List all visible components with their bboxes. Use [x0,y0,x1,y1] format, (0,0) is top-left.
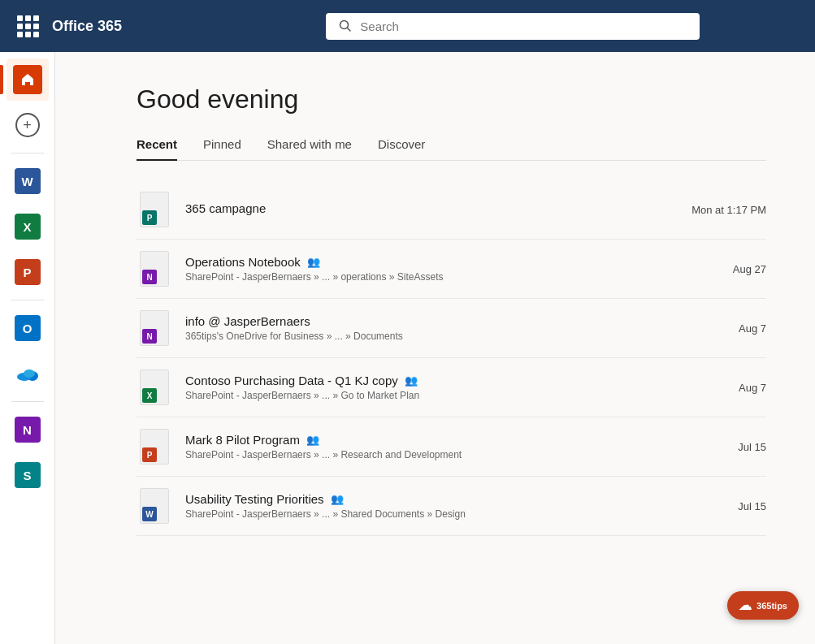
file-date: Jul 15 [669,441,766,453]
file-path: SharePoint - JasperBernaers » ... » Shar… [185,508,656,520]
file-name: Operations Notebook [185,255,301,269]
powerpoint-icon: P [15,259,41,285]
file-date: Mon at 1:17 PM [669,204,766,216]
shared-icon: 👥 [306,434,319,446]
cloud-icon: ☁ [739,598,752,613]
sidebar-divider-3 [11,401,44,402]
file-icon-excel: X [137,370,172,405]
excel-icon: X [15,214,41,240]
file-icon-publisher: P [137,192,172,227]
content-area: Good evening Recent Pinned Shared with m… [55,52,815,644]
table-row[interactable]: N info @ JasperBernaers 365tips's OneDri… [137,299,766,358]
word-icon: W [15,168,41,194]
search-input[interactable] [360,19,687,33]
sidebar-item-onedrive[interactable] [7,352,49,395]
file-info: Usability Testing Priorities 👥 SharePoin… [185,492,656,520]
greeting: Good evening [137,84,766,115]
onedrive-icon [15,361,41,387]
badge-label: 365tips [756,601,787,611]
shared-icon: 👥 [331,493,344,505]
sidebar-item-excel[interactable]: X [7,205,49,248]
shared-icon: 👥 [307,256,320,268]
file-name: info @ JasperBernaers [185,314,310,328]
tips-badge[interactable]: ☁ 365tips [727,591,799,620]
file-icon-word: W [137,488,172,524]
table-row[interactable]: X Contoso Purchasing Data - Q1 KJ copy 👥… [137,358,766,417]
file-name: Usability Testing Priorities [185,492,324,506]
search-bar[interactable] [326,13,700,40]
sidebar-item-sharepoint[interactable]: S [7,454,49,496]
file-path: SharePoint - JasperBernaers » ... » Go t… [185,390,656,401]
tabs: Recent Pinned Shared with me Discover [137,137,766,161]
file-info: 365 campagne [185,201,656,218]
table-row[interactable]: N Operations Notebook 👥 SharePoint - Jas… [137,240,766,299]
table-row[interactable]: P Mark 8 Pilot Program 👥 SharePoint - Ja… [137,417,766,477]
file-name-row: info @ JasperBernaers [185,314,656,328]
tab-pinned[interactable]: Pinned [203,137,241,161]
sidebar-item-powerpoint[interactable]: P [7,251,49,293]
topbar: Office 365 [0,0,815,52]
home-icon [13,65,42,94]
file-path: 365tips's OneDrive for Business » ... » … [185,331,656,342]
tab-discover[interactable]: Discover [378,137,425,161]
tab-shared-with-me[interactable]: Shared with me [267,137,352,161]
file-name: Contoso Purchasing Data - Q1 KJ copy [185,374,398,387]
sharepoint-icon: S [15,462,41,488]
table-row[interactable]: W Usability Testing Priorities 👥 SharePo… [137,477,766,536]
file-list: P 365 campagne Mon at 1:17 PM N [137,180,766,536]
file-name: Mark 8 Pilot Program [185,433,300,447]
tab-recent[interactable]: Recent [137,137,177,161]
file-name-row: Mark 8 Pilot Program 👥 [185,433,656,447]
onenote-icon: N [15,417,41,443]
file-name-row: Contoso Purchasing Data - Q1 KJ copy 👥 [185,374,656,387]
shared-icon: 👥 [405,374,418,387]
file-date: Aug 7 [669,322,766,335]
file-icon-powerpoint: P [137,429,172,465]
file-name-row: 365 campagne [185,201,656,215]
sidebar-item-outlook[interactable]: O [7,307,49,349]
sidebar-item-word[interactable]: W [7,160,49,202]
file-date: Aug 7 [669,382,766,394]
table-row[interactable]: P 365 campagne Mon at 1:17 PM [137,180,766,240]
file-icon-onenote-2: N [137,310,172,346]
sidebar: + W X P O [0,52,55,644]
file-date: Jul 15 [669,500,766,512]
outlook-icon: O [15,315,41,341]
app-title: Office 365 [52,18,122,35]
sidebar-divider-2 [11,300,44,300]
sidebar-item-create[interactable]: + [7,104,49,146]
file-name-row: Usability Testing Priorities 👥 [185,492,656,506]
file-info: Operations Notebook 👥 SharePoint - Jaspe… [185,255,656,283]
svg-line-1 [348,28,351,32]
file-name: 365 campagne [185,201,266,215]
sidebar-divider-1 [11,153,44,153]
file-icon-onenote: N [137,251,172,287]
sidebar-item-home[interactable] [7,58,49,101]
sidebar-item-onenote[interactable]: N [7,408,49,451]
waffle-button[interactable] [13,11,42,41]
file-info: Mark 8 Pilot Program 👥 SharePoint - Jasp… [185,433,656,460]
file-path: SharePoint - JasperBernaers » ... » oper… [185,271,656,283]
search-icon [339,19,352,32]
file-info: info @ JasperBernaers 365tips's OneDrive… [185,314,656,342]
active-indicator [0,65,3,94]
file-info: Contoso Purchasing Data - Q1 KJ copy 👥 S… [185,374,656,401]
svg-point-4 [24,370,35,378]
file-date: Aug 27 [669,263,766,275]
add-circle-icon: + [15,113,40,137]
file-path: SharePoint - JasperBernaers » ... » Rese… [185,449,656,460]
waffle-icon [17,15,39,37]
file-name-row: Operations Notebook 👥 [185,255,656,269]
main-layout: + W X P O [0,52,815,644]
